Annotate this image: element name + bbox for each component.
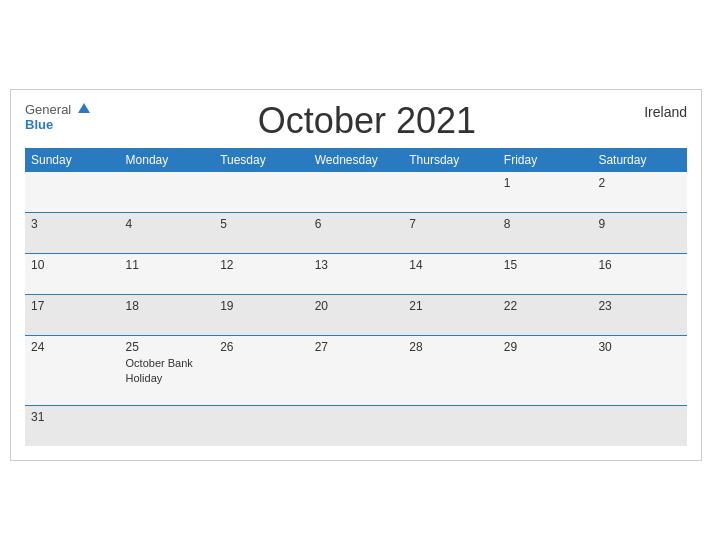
day-number: 23 — [598, 299, 681, 313]
calendar-cell — [403, 405, 498, 446]
day-number: 4 — [126, 217, 209, 231]
calendar-cell: 18 — [120, 295, 215, 336]
calendar-cell — [592, 405, 687, 446]
calendar-cell — [403, 172, 498, 213]
calendar-cell: 25October Bank Holiday — [120, 336, 215, 406]
calendar-cell — [120, 405, 215, 446]
day-number: 11 — [126, 258, 209, 272]
day-number: 13 — [315, 258, 398, 272]
day-number: 1 — [504, 176, 587, 190]
calendar-cell: 17 — [25, 295, 120, 336]
calendar-cell: 23 — [592, 295, 687, 336]
day-number: 6 — [315, 217, 398, 231]
day-number: 17 — [31, 299, 114, 313]
calendar-cell: 31 — [25, 405, 120, 446]
day-header-sunday: Sunday — [25, 148, 120, 172]
calendar-cell — [120, 172, 215, 213]
calendar-table: SundayMondayTuesdayWednesdayThursdayFrid… — [25, 148, 687, 446]
calendar-cell — [309, 172, 404, 213]
calendar-thead: SundayMondayTuesdayWednesdayThursdayFrid… — [25, 148, 687, 172]
day-header-friday: Friday — [498, 148, 593, 172]
calendar-cell: 26 — [214, 336, 309, 406]
day-number: 19 — [220, 299, 303, 313]
calendar-cell: 8 — [498, 213, 593, 254]
day-number: 3 — [31, 217, 114, 231]
calendar-cell — [214, 405, 309, 446]
calendar-container: General Blue October 2021 Ireland Sunday… — [10, 89, 702, 461]
day-number: 24 — [31, 340, 114, 354]
calendar-cell: 10 — [25, 254, 120, 295]
day-number: 28 — [409, 340, 492, 354]
calendar-cell: 12 — [214, 254, 309, 295]
country-label: Ireland — [644, 100, 687, 120]
calendar-cell: 1 — [498, 172, 593, 213]
day-header-thursday: Thursday — [403, 148, 498, 172]
day-number: 14 — [409, 258, 492, 272]
day-number: 20 — [315, 299, 398, 313]
day-number: 30 — [598, 340, 681, 354]
calendar-week-row: 17181920212223 — [25, 295, 687, 336]
calendar-cell: 21 — [403, 295, 498, 336]
calendar-cell: 2 — [592, 172, 687, 213]
month-title: October 2021 — [90, 100, 644, 142]
day-number: 29 — [504, 340, 587, 354]
day-number: 2 — [598, 176, 681, 190]
day-number: 15 — [504, 258, 587, 272]
day-number: 7 — [409, 217, 492, 231]
day-number: 5 — [220, 217, 303, 231]
day-header-monday: Monday — [120, 148, 215, 172]
calendar-cell: 22 — [498, 295, 593, 336]
day-number: 25 — [126, 340, 209, 354]
calendar-cell: 9 — [592, 213, 687, 254]
calendar-cell: 28 — [403, 336, 498, 406]
calendar-cell: 29 — [498, 336, 593, 406]
calendar-cell: 19 — [214, 295, 309, 336]
calendar-cell — [498, 405, 593, 446]
calendar-week-row: 31 — [25, 405, 687, 446]
day-number: 12 — [220, 258, 303, 272]
event-label: October Bank Holiday — [126, 356, 209, 385]
calendar-cell — [25, 172, 120, 213]
calendar-cell: 24 — [25, 336, 120, 406]
day-number: 27 — [315, 340, 398, 354]
logo-blue-text: Blue — [25, 118, 53, 132]
day-number: 31 — [31, 410, 114, 424]
calendar-cell: 16 — [592, 254, 687, 295]
logo-general-text: General — [25, 102, 71, 117]
day-number: 8 — [504, 217, 587, 231]
calendar-cell: 20 — [309, 295, 404, 336]
calendar-week-row: 10111213141516 — [25, 254, 687, 295]
calendar-cell: 4 — [120, 213, 215, 254]
calendar-cell: 27 — [309, 336, 404, 406]
day-number: 21 — [409, 299, 492, 313]
day-header-wednesday: Wednesday — [309, 148, 404, 172]
calendar-cell: 30 — [592, 336, 687, 406]
calendar-week-row: 2425October Bank Holiday2627282930 — [25, 336, 687, 406]
calendar-cell: 14 — [403, 254, 498, 295]
calendar-week-row: 3456789 — [25, 213, 687, 254]
day-number: 10 — [31, 258, 114, 272]
calendar-cell — [309, 405, 404, 446]
calendar-cell — [214, 172, 309, 213]
day-number: 9 — [598, 217, 681, 231]
day-number: 26 — [220, 340, 303, 354]
day-headers-row: SundayMondayTuesdayWednesdayThursdayFrid… — [25, 148, 687, 172]
day-header-saturday: Saturday — [592, 148, 687, 172]
calendar-cell: 11 — [120, 254, 215, 295]
calendar-week-row: 12 — [25, 172, 687, 213]
day-number: 18 — [126, 299, 209, 313]
calendar-cell: 3 — [25, 213, 120, 254]
calendar-tbody: 1234567891011121314151617181920212223242… — [25, 172, 687, 446]
logo-triangle-icon — [78, 103, 90, 113]
logo-area: General Blue — [25, 100, 90, 132]
day-number: 16 — [598, 258, 681, 272]
calendar-cell: 6 — [309, 213, 404, 254]
calendar-cell: 13 — [309, 254, 404, 295]
day-header-tuesday: Tuesday — [214, 148, 309, 172]
calendar-header: General Blue October 2021 Ireland — [25, 100, 687, 142]
logo-general-line: General — [25, 100, 90, 118]
calendar-cell: 7 — [403, 213, 498, 254]
calendar-cell: 5 — [214, 213, 309, 254]
day-number: 22 — [504, 299, 587, 313]
calendar-cell: 15 — [498, 254, 593, 295]
